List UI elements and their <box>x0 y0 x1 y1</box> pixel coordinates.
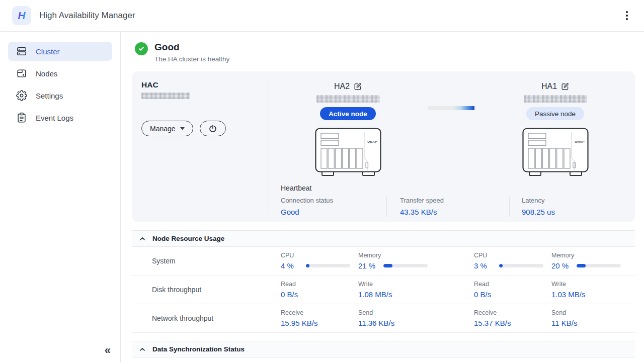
sidebar-collapse-button[interactable]: « <box>105 345 111 356</box>
metric-cell: CPU 3 % <box>474 252 551 270</box>
metric-cell: CPU 4 % <box>281 252 358 270</box>
edit-icon[interactable] <box>354 82 362 90</box>
metric-cell: Memory 21 % <box>358 252 474 270</box>
table-row-disk: Disk throughput Read 0 B/s Write 1.08 MB… <box>132 276 635 304</box>
metric-label: Read <box>474 281 551 288</box>
node-name: HA2 <box>334 81 350 92</box>
cluster-card: HAC Manage <box>132 71 635 222</box>
cluster-name: HAC <box>141 80 268 89</box>
metric-bar <box>306 264 350 267</box>
node-role-badge: Active node <box>320 107 376 120</box>
metric-value: 4 % <box>281 261 306 270</box>
metric-value: 15.37 KB/s <box>474 319 551 328</box>
main-content: Good The HA cluster is healthy. HAC Mana… <box>121 32 644 362</box>
resource-table: System CPU 4 % Memory 21 % <box>132 247 635 333</box>
stat-value: 908.25 us <box>522 208 555 217</box>
transfer-progress <box>428 106 475 177</box>
nas-icon <box>16 68 27 79</box>
sidebar-item-event-logs[interactable]: Event Logs <box>8 108 112 127</box>
sidebar-item-label: Nodes <box>36 69 57 78</box>
section-node-resource-usage[interactable]: Node Resource Usage <box>132 230 635 247</box>
metric-bar <box>577 264 621 267</box>
metric-bar <box>383 264 428 267</box>
node-ip-blurred <box>524 95 587 103</box>
metric-value: 1.08 MB/s <box>358 290 474 299</box>
metric-value: 11.36 KB/s <box>358 319 474 328</box>
sidebar: Cluster Nodes <box>0 32 121 362</box>
sidebar-item-settings[interactable]: Settings <box>8 86 112 105</box>
nas-device-image: QNAP <box>315 128 381 177</box>
row-label: System <box>132 257 281 265</box>
app-header: H High Availability Manager <box>0 0 644 32</box>
nas-brand-label: QNAP <box>575 140 584 143</box>
clipboard-icon <box>16 112 27 123</box>
metric-cell: Receive 15.95 KB/s <box>281 309 358 328</box>
metric-label: Memory <box>551 252 635 259</box>
metric-value: 1.03 MB/s <box>551 290 635 299</box>
cluster-ip-blurred <box>141 93 190 99</box>
heartbeat-stat-connection: Connection status Good <box>281 197 386 217</box>
manage-button[interactable]: Manage <box>141 121 193 136</box>
node-ha2: HA2 Active node <box>268 81 428 177</box>
chevron-up-icon[interactable] <box>139 346 146 353</box>
edit-icon[interactable] <box>561 82 569 90</box>
gear-icon <box>16 90 27 101</box>
section-title: Data Synchronization Status <box>152 345 245 353</box>
metric-label: CPU <box>281 252 358 259</box>
metric-cell: Send 11.36 KB/s <box>358 309 474 328</box>
sidebar-item-cluster[interactable]: Cluster <box>8 42 112 61</box>
manage-button-label: Manage <box>150 125 176 133</box>
check-circle-icon <box>135 42 148 55</box>
heartbeat-stat-latency: Latency 908.25 us <box>509 197 570 217</box>
status-title: Good <box>154 41 231 53</box>
stat-value: 43.35 KB/s <box>400 208 509 217</box>
sidebar-item-nodes[interactable]: Nodes <box>8 64 112 83</box>
metric-cell: Memory 20 % <box>551 252 635 270</box>
heartbeat-block: Heartbeat Connection status Good Transfe… <box>281 184 635 217</box>
stat-label: Connection status <box>281 197 386 205</box>
metric-cell: Read 0 B/s <box>281 281 358 299</box>
metric-value: 11 KB/s <box>551 319 635 328</box>
power-icon <box>209 124 217 133</box>
app-window: H High Availability Manager Cluster <box>0 0 644 362</box>
metric-label: Write <box>358 281 474 288</box>
section-title: Node Resource Usage <box>152 235 224 242</box>
metric-value: 0 B/s <box>474 290 551 299</box>
metric-label: Receive <box>474 309 551 317</box>
node-ha1: HA1 Passive node <box>475 81 635 177</box>
table-row-network: Network throughput Receive 15.95 KB/s Se… <box>132 304 635 333</box>
metric-cell: Write 1.03 MB/s <box>551 281 635 299</box>
server-stack-icon <box>16 46 27 57</box>
app-title: High Availability Manager <box>39 11 135 21</box>
table-row-system: System CPU 4 % Memory 21 % <box>132 247 635 276</box>
nas-device-image: QNAP <box>522 128 589 177</box>
metric-label: Memory <box>358 252 474 259</box>
sidebar-item-label: Event Logs <box>36 114 73 122</box>
metric-value: 20 % <box>551 261 577 270</box>
heartbeat-title: Heartbeat <box>281 184 635 192</box>
node-role-badge: Passive node <box>526 107 584 120</box>
power-button[interactable] <box>200 121 226 136</box>
nodes-panel: HA2 Active node <box>268 71 635 222</box>
row-label: Disk throughput <box>132 286 281 294</box>
kebab-menu-icon[interactable] <box>623 9 631 22</box>
metric-value: 21 % <box>358 261 383 270</box>
metric-label: Receive <box>281 309 358 317</box>
chevron-up-icon[interactable] <box>139 235 146 242</box>
sidebar-item-label: Settings <box>36 92 63 100</box>
nas-brand-label: QNAP <box>367 140 377 143</box>
metric-bar <box>499 264 543 267</box>
section-data-sync[interactable]: Data Synchronization Status <box>132 341 635 357</box>
stat-label: Latency <box>522 197 555 205</box>
metric-label: Read <box>281 281 358 288</box>
heartbeat-stat-transfer: Transfer speed 43.35 KB/s <box>386 197 509 217</box>
caret-down-icon <box>180 127 185 130</box>
cluster-summary: HAC Manage <box>132 71 268 222</box>
metric-value: 0 B/s <box>281 290 358 299</box>
metric-cell: Receive 15.37 KB/s <box>474 309 551 328</box>
metric-label: Send <box>551 309 635 317</box>
status-subtitle: The HA cluster is healthy. <box>154 55 231 63</box>
app-logo: H <box>12 6 31 25</box>
metric-cell: Read 0 B/s <box>474 281 551 299</box>
stat-label: Transfer speed <box>400 197 509 205</box>
